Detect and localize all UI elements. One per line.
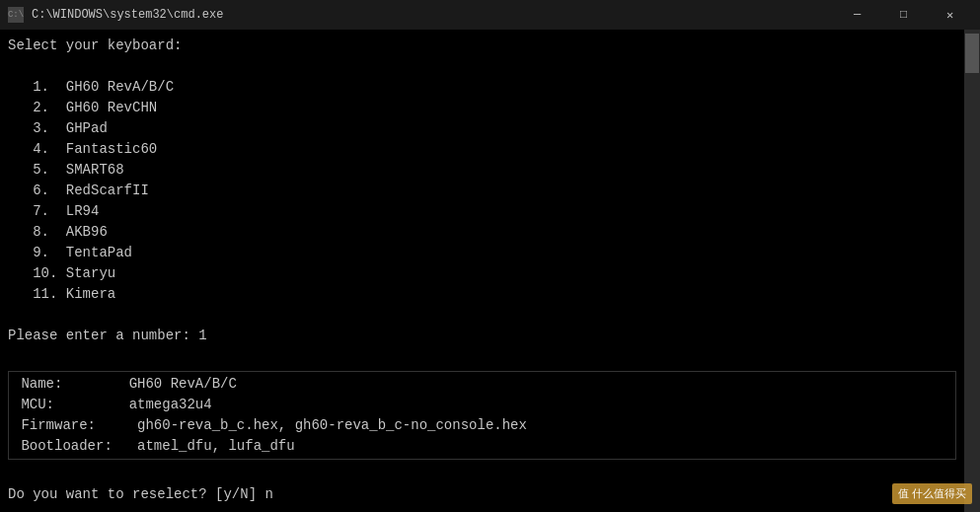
number-prompt: Please enter a number: 1 [8,326,956,346]
minimize-button[interactable]: ─ [835,0,879,30]
blank-line-1 [8,56,956,77]
blank-line-4 [8,464,956,484]
window: C:\ C:\WINDOWS\system32\cmd.exe ─ □ ✕ Se… [0,0,980,512]
keyboard-option-2: 2. GH60 RevCHN [8,98,956,118]
mcu-line: MCU: atmega32u4 [13,395,951,415]
keyboard-option-11: 11. Kimera [8,284,956,305]
firmware-line: Firmware: gh60-reva_b_c.hex, gh60-reva_b… [13,415,951,436]
title-bar: C:\ C:\WINDOWS\system32\cmd.exe ─ □ ✕ [0,0,980,30]
app-icon: C:\ [8,7,24,23]
keyboard-option-6: 6. RedScarfII [8,181,956,201]
maximize-button[interactable]: □ [881,0,926,30]
keyboard-info-block: Name: GH60 RevA/B/C MCU: atmega32u4 Firm… [8,371,956,460]
bootloader-line: Bootloader: atmel_dfu, lufa_dfu [13,436,951,457]
window-controls: ─ □ ✕ [835,0,972,30]
keyboard-option-10: 10. Staryu [8,263,956,284]
keyboard-option-3: 3. GHPad [8,118,956,139]
keyboard-option-7: 7. LR94 [8,201,956,222]
blank-line-3 [8,346,956,367]
keyboard-option-4: 4. Fantastic60 [8,139,956,160]
name-line: Name: GH60 RevA/B/C [13,374,951,395]
keyboard-prompt: Select your keyboard: [8,36,956,56]
keyboard-option-5: 5. SMART68 [8,160,956,181]
watermark-text: 什么值得买 [912,487,966,499]
watermark: 值 什么值得买 [892,483,972,504]
blank-line-5 [8,505,956,512]
terminal[interactable]: Select your keyboard: 1. GH60 RevA/B/C 2… [0,30,964,512]
scrollbar[interactable] [964,30,980,512]
watermark-icon: 值 [898,487,909,499]
scrollbar-thumb[interactable] [965,34,979,73]
keyboard-option-8: 8. AKB96 [8,222,956,243]
close-button[interactable]: ✕ [928,0,972,30]
content-wrapper: Select your keyboard: 1. GH60 RevA/B/C 2… [0,30,980,512]
keyboard-option-1: 1. GH60 RevA/B/C [8,77,956,98]
reselect-prompt: Do you want to reselect? [y/N] n [8,484,956,505]
blank-line-2 [8,305,956,326]
window-title: C:\WINDOWS\system32\cmd.exe [32,8,835,22]
keyboard-option-9: 9. TentaPad [8,243,956,263]
